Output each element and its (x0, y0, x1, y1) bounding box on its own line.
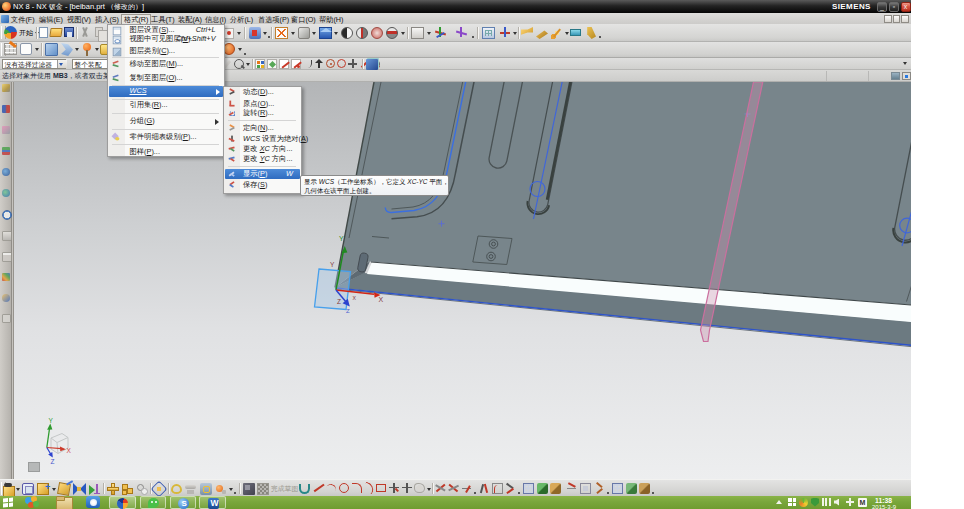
svg-text:Y: Y (49, 417, 54, 424)
svg-text:X: X (67, 447, 72, 454)
svg-text:Y: Y (339, 235, 344, 242)
svg-text:X: X (379, 296, 384, 303)
svg-text:Z: Z (337, 298, 341, 305)
svg-text:Z: Z (346, 308, 350, 314)
svg-text:X: X (353, 295, 357, 301)
svg-text:Z: Z (51, 458, 55, 465)
svg-text:Y: Y (330, 261, 335, 268)
